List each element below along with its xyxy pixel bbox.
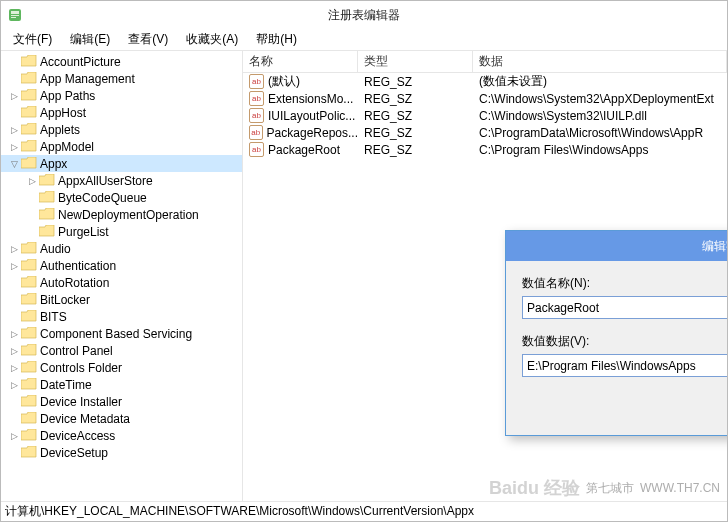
expander-icon[interactable]	[9, 294, 20, 305]
tree-label: Applets	[40, 123, 80, 137]
value-name: (默认)	[268, 73, 300, 90]
tree-item[interactable]: AccountPicture	[1, 53, 242, 70]
expander-icon[interactable]: ▷	[9, 243, 20, 254]
folder-icon	[39, 191, 55, 204]
value-name-input[interactable]	[522, 296, 727, 319]
value-type: REG_SZ	[358, 126, 473, 140]
expander-icon[interactable]: ▷	[9, 328, 20, 339]
value-name: IUILayoutPolic...	[268, 109, 355, 123]
value-data: (数值未设置)	[473, 73, 727, 90]
expander-icon[interactable]: ▷	[9, 345, 20, 356]
tree-item[interactable]: ▷Control Panel	[1, 342, 242, 359]
tree-item[interactable]: ▷AppModel	[1, 138, 242, 155]
tree-pane[interactable]: AccountPictureApp Management▷App PathsAp…	[1, 51, 243, 501]
expander-icon[interactable]	[9, 73, 20, 84]
tree-item[interactable]: AppHost	[1, 104, 242, 121]
expander-icon[interactable]: ▷	[27, 175, 38, 186]
expander-icon[interactable]	[27, 209, 38, 220]
tree-item[interactable]: NewDeploymentOperation	[1, 206, 242, 223]
menu-view[interactable]: 查看(V)	[120, 29, 176, 50]
expander-icon[interactable]	[9, 107, 20, 118]
expander-icon[interactable]: ▷	[9, 379, 20, 390]
list-row[interactable]: ab(默认)REG_SZ(数值未设置)	[243, 73, 727, 90]
folder-icon	[21, 72, 37, 85]
value-data: C:\Windows\System32\AppXDeploymentExt	[473, 92, 727, 106]
folder-icon	[21, 378, 37, 391]
tree-item[interactable]: ▷Authentication	[1, 257, 242, 274]
tree-item[interactable]: ▷DeviceAccess	[1, 427, 242, 444]
tree-label: BITS	[40, 310, 67, 324]
tree-label: App Management	[40, 72, 135, 86]
watermark-site: 第七城市	[586, 480, 634, 497]
folder-icon	[21, 106, 37, 119]
titlebar: 注册表编辑器	[1, 1, 727, 29]
expander-icon[interactable]: ▽	[9, 158, 20, 169]
tree-item[interactable]: ▷AppxAllUserStore	[1, 172, 242, 189]
value-type: REG_SZ	[358, 92, 473, 106]
watermark-brand: Baidu 经验	[489, 476, 580, 500]
tree-item[interactable]: ▷Applets	[1, 121, 242, 138]
list-row[interactable]: abExtensionsMo...REG_SZC:\Windows\System…	[243, 90, 727, 107]
list-pane: 名称 类型 数据 ab(默认)REG_SZ(数值未设置)abExtensions…	[243, 51, 727, 501]
tree-label: DateTime	[40, 378, 92, 392]
tree-item[interactable]: ▷Audio	[1, 240, 242, 257]
col-type[interactable]: 类型	[358, 51, 473, 72]
tree-label: AutoRotation	[40, 276, 109, 290]
tree-item[interactable]: ▷Component Based Servicing	[1, 325, 242, 342]
tree-label: Controls Folder	[40, 361, 122, 375]
col-name[interactable]: 名称	[243, 51, 358, 72]
expander-icon[interactable]: ▷	[9, 124, 20, 135]
tree-label: PurgeList	[58, 225, 109, 239]
tree-item[interactable]: ▷App Paths	[1, 87, 242, 104]
folder-icon	[39, 225, 55, 238]
tree-item[interactable]: ▷DateTime	[1, 376, 242, 393]
tree-item[interactable]: BITS	[1, 308, 242, 325]
dialog-body: 数值名称(N): 数值数据(V): 确定 取消	[506, 261, 727, 435]
tree-item[interactable]: ▽Appx	[1, 155, 242, 172]
list-row[interactable]: abPackageRootREG_SZC:\Program Files\Wind…	[243, 141, 727, 158]
tree-label: Device Metadata	[40, 412, 130, 426]
expander-icon[interactable]	[27, 192, 38, 203]
expander-icon[interactable]	[9, 396, 20, 407]
expander-icon[interactable]	[9, 447, 20, 458]
tree-item[interactable]: PurgeList	[1, 223, 242, 240]
menu-favorites[interactable]: 收藏夹(A)	[178, 29, 246, 50]
expander-icon[interactable]: ▷	[9, 362, 20, 373]
expander-icon[interactable]: ▷	[9, 90, 20, 101]
expander-icon[interactable]	[27, 226, 38, 237]
expander-icon[interactable]	[9, 277, 20, 288]
menu-help[interactable]: 帮助(H)	[248, 29, 305, 50]
tree-item[interactable]: ▷Controls Folder	[1, 359, 242, 376]
tree-item[interactable]: App Management	[1, 70, 242, 87]
tree-item[interactable]: DeviceSetup	[1, 444, 242, 461]
body: AccountPictureApp Management▷App PathsAp…	[1, 51, 727, 501]
folder-icon	[21, 89, 37, 102]
app-icon	[7, 7, 23, 23]
expander-icon[interactable]	[9, 413, 20, 424]
expander-icon[interactable]: ▷	[9, 430, 20, 441]
list-row[interactable]: abPackageRepos...REG_SZC:\ProgramData\Mi…	[243, 124, 727, 141]
tree-label: NewDeploymentOperation	[58, 208, 199, 222]
dialog-titlebar[interactable]: 编辑字符串	[506, 231, 727, 261]
tree-item[interactable]: Device Installer	[1, 393, 242, 410]
col-data[interactable]: 数据	[473, 51, 727, 72]
value-data: C:\Windows\System32\IUILP.dll	[473, 109, 727, 123]
expander-icon[interactable]: ▷	[9, 260, 20, 271]
expander-icon[interactable]: ▷	[9, 141, 20, 152]
list-row[interactable]: abIUILayoutPolic...REG_SZC:\Windows\Syst…	[243, 107, 727, 124]
folder-icon	[21, 412, 37, 425]
tree-label: Device Installer	[40, 395, 122, 409]
regedit-window: 注册表编辑器 文件(F) 编辑(E) 查看(V) 收藏夹(A) 帮助(H) Ac…	[0, 0, 728, 522]
expander-icon[interactable]	[9, 311, 20, 322]
menu-edit[interactable]: 编辑(E)	[62, 29, 118, 50]
tree-item[interactable]: Device Metadata	[1, 410, 242, 427]
tree-item[interactable]: AutoRotation	[1, 274, 242, 291]
value-type: REG_SZ	[358, 75, 473, 89]
menu-file[interactable]: 文件(F)	[5, 29, 60, 50]
value-data-input[interactable]	[522, 354, 727, 377]
string-value-icon: ab	[249, 142, 264, 157]
folder-icon	[21, 242, 37, 255]
expander-icon[interactable]	[9, 56, 20, 67]
tree-item[interactable]: BitLocker	[1, 291, 242, 308]
tree-item[interactable]: ByteCodeQueue	[1, 189, 242, 206]
